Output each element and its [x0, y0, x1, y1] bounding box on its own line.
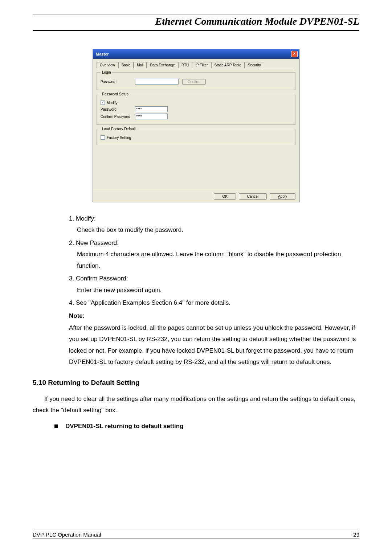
tab-mail[interactable]: Mail [134, 62, 147, 68]
modify-label: Modify [107, 101, 117, 105]
footer-left: DVP-PLC Operation Manual [33, 532, 101, 538]
item4-heading: 4. See "Application Examples Section 6.4… [69, 299, 230, 306]
new-password-label: Password [101, 107, 135, 111]
login-confirm-button[interactable]: Confirm [182, 79, 206, 85]
note-label: Note: [69, 310, 359, 321]
item1-heading: 1. Modify: [69, 215, 96, 222]
item1-desc: Check the box to modify the password. [69, 224, 359, 235]
confirm-password-label: Confirm Password [101, 115, 135, 119]
item3-heading: 3. Confirm Password: [69, 275, 128, 282]
tab-security[interactable]: Security [245, 62, 264, 68]
tab-rtu[interactable]: RTU [178, 62, 192, 68]
page-footer: DVP-PLC Operation Manual 29 [33, 530, 359, 539]
bullet-text: DVPEN01-SL returning to default setting [65, 423, 184, 430]
tab-static-arp[interactable]: Static ARP Table [211, 62, 245, 68]
new-password-input[interactable] [135, 106, 168, 112]
master-dialog: Master × Overview Basic Mail Data Exchan… [93, 49, 299, 202]
factory-label: Factory Setting [107, 136, 131, 140]
modify-checkbox[interactable]: ✓ [101, 100, 105, 105]
cancel-button[interactable]: Cancel [239, 193, 267, 200]
login-legend: Login [101, 70, 112, 74]
dialog-titlebar: Master × [93, 49, 299, 59]
bullet-item: DVPEN01-SL returning to default setting [54, 423, 359, 430]
page-header-title: Ethernet Communication Module DVPEN01-SL [33, 15, 359, 31]
login-group: Login Password Confirm [97, 70, 295, 90]
section-5-10-heading: 5.10 Returning to Default Setting [33, 379, 359, 387]
close-icon[interactable]: × [291, 51, 298, 57]
ok-button[interactable]: OK [214, 193, 236, 200]
instruction-list: 1. Modify: Check the box to modify the p… [33, 213, 359, 368]
login-password-input[interactable] [135, 79, 179, 85]
item2-desc: Maximum 4 characters are allowed. Leave … [69, 249, 359, 271]
dialog-title: Master [96, 52, 109, 56]
factory-legend: Load Factory Default [101, 127, 137, 131]
tab-ip-filter[interactable]: IP Filter [192, 62, 211, 68]
tab-basic[interactable]: Basic [118, 62, 134, 68]
factory-checkbox[interactable] [101, 135, 105, 140]
note-body: After the password is locked, all the pa… [69, 322, 359, 368]
item2-heading: 2. New Password: [69, 239, 119, 246]
tab-strip: Overview Basic Mail Data Exchange RTU IP… [97, 62, 295, 68]
tab-data-exchange[interactable]: Data Exchange [147, 62, 178, 68]
tab-overview[interactable]: Overview [97, 62, 118, 68]
section-5-10-para: If you need to clear all the settings af… [33, 393, 359, 416]
apply-button[interactable]: Apply [270, 193, 295, 200]
confirm-password-input[interactable] [135, 114, 168, 119]
password-setup-legend: Password Setup [101, 92, 130, 96]
login-password-label: Password [101, 80, 135, 84]
item3-desc: Enter the new password again. [69, 284, 359, 296]
factory-default-group: Load Factory Default Factory Setting [97, 127, 295, 145]
password-setup-group: Password Setup ✓ Modify Password Confirm… [97, 92, 295, 125]
dialog-button-row: OK Cancel Apply [93, 191, 299, 202]
footer-page-number: 29 [353, 532, 359, 538]
square-bullet-icon [54, 424, 58, 428]
